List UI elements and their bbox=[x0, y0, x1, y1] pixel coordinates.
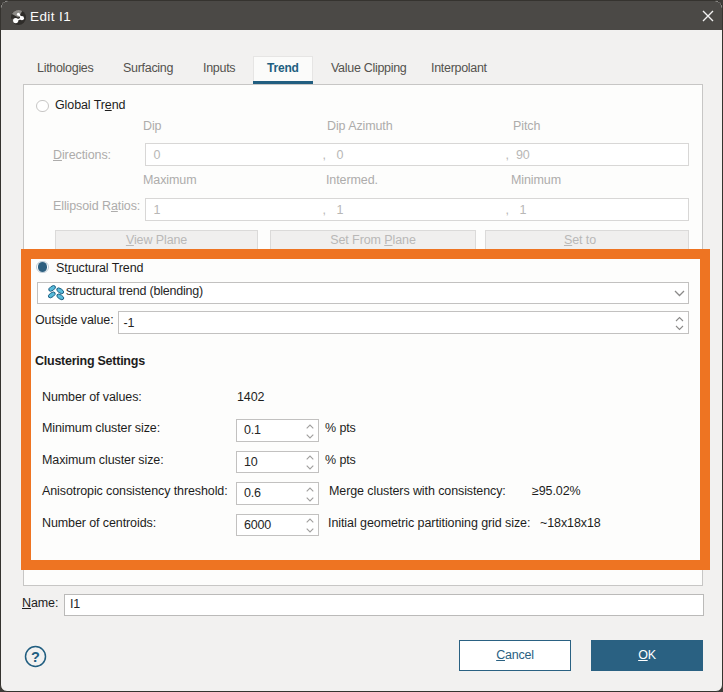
svg-text:?: ? bbox=[31, 649, 40, 665]
